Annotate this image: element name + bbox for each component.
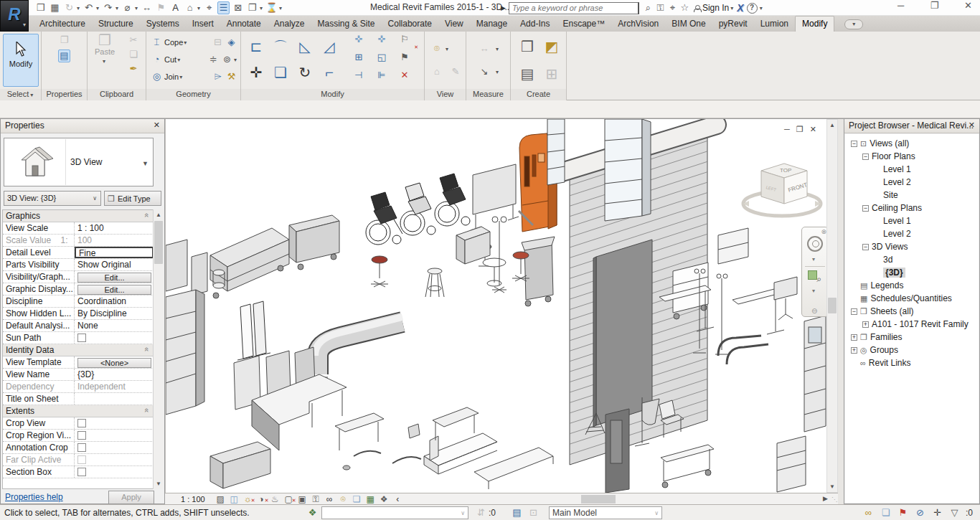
property-value[interactable]: 1 : 100 (75, 222, 154, 234)
trim-extend-corner-icon[interactable]: ⌐ (317, 60, 341, 86)
property-edit-button[interactable]: <None> (77, 358, 151, 368)
drag-on-selection-icon[interactable]: ✛ (931, 507, 943, 519)
redo-icon[interactable]: ↷ (102, 2, 114, 14)
tab-massing-site[interactable]: Massing & Site (311, 16, 382, 32)
infocenter-expand-icon[interactable]: ▶ (501, 4, 506, 11)
property-edit-button[interactable]: Edit... (77, 285, 151, 295)
cope-button[interactable]: ⌶ Cope▾ (151, 34, 187, 50)
supply-cabinet-right[interactable] (804, 316, 826, 432)
tree-item-legends[interactable]: ▤Legends (845, 279, 979, 292)
design-options-dialog-icon[interactable]: ▤ (511, 507, 523, 519)
file-cabinet[interactable] (777, 436, 806, 492)
save-icon[interactable]: ▦ (49, 2, 61, 14)
undo-icon[interactable]: ↶ (83, 2, 95, 14)
vscroll-thumb[interactable] (828, 298, 837, 313)
stools[interactable] (371, 244, 529, 297)
worksets-icon[interactable]: ❖ (306, 507, 319, 519)
properties-help-link[interactable]: Properties help (5, 492, 63, 502)
tab-architecture[interactable]: Architecture (33, 16, 92, 32)
tree-expander-icon[interactable]: − (851, 141, 857, 147)
editing-requests[interactable]: ⇵ :0 (475, 507, 496, 519)
section-collapse-icon[interactable]: « (143, 347, 151, 351)
property-checkbox[interactable] (77, 443, 86, 452)
panel-label-geometry[interactable]: Geometry (146, 89, 240, 100)
section-collapse-icon[interactable]: « (143, 408, 151, 412)
hscroll-right-icon[interactable]: ▶ (823, 495, 828, 502)
panel-label-properties[interactable]: Properties (42, 89, 87, 100)
property-value[interactable]: Coordination (75, 296, 154, 307)
round-table[interactable] (483, 258, 506, 286)
minimize-icon[interactable]: ─ (895, 0, 907, 11)
tall-storage-rack[interactable] (605, 119, 651, 221)
double-column-rack[interactable] (547, 119, 565, 185)
tab-systems[interactable]: Systems (140, 16, 186, 32)
join-lines-icon[interactable]: ⌲ (212, 71, 224, 82)
small-items[interactable] (343, 424, 421, 470)
tree-item-sheets-all-[interactable]: −❒Sheets (all) (845, 305, 979, 318)
zoom-dropdown-icon[interactable]: ▾ (812, 288, 815, 294)
tab-insert[interactable]: Insert (186, 16, 220, 32)
tab-enscape-[interactable]: Enscape™ (556, 16, 611, 32)
properties-scroll-thumb[interactable] (154, 221, 163, 264)
match-type-properties-icon[interactable]: ✒ (126, 63, 141, 75)
measure-line-icon-dropdown[interactable]: ▾ (496, 46, 504, 52)
vscroll-down-icon[interactable]: ▼ (827, 481, 837, 492)
close-icon[interactable]: ✕ (962, 0, 974, 11)
property-value[interactable]: Independent (75, 381, 154, 392)
tab-annotate[interactable]: Annotate (220, 16, 268, 32)
default-3d-view-icon-dropdown[interactable]: ▾ (197, 5, 200, 11)
view-minimize-icon[interactable]: ─ (784, 125, 790, 134)
panel-label-clipboard[interactable]: Clipboard (88, 89, 146, 100)
left-counter[interactable] (166, 240, 187, 291)
properties-palette-icon[interactable]: ▤ (58, 49, 70, 62)
tab-view[interactable]: View (438, 16, 470, 32)
help-dropdown-icon[interactable]: ▾ (760, 5, 763, 11)
property-value[interactable] (75, 393, 154, 405)
create-similar-icon[interactable]: ▤ (515, 62, 540, 89)
tab-lumion[interactable]: Lumion (754, 16, 795, 32)
panel-label-modify[interactable]: Modify (241, 89, 424, 100)
dimension-icon[interactable]: ↘ (472, 66, 496, 77)
zoom-icon[interactable] (808, 270, 817, 280)
tree-item-views-all-[interactable]: −⊡Views (all) (845, 137, 979, 150)
mirror-draw-axis-icon[interactable]: ◿ (317, 34, 341, 60)
shadows-icon[interactable]: ◑ (256, 493, 267, 505)
displacement-sets-icon[interactable]: ❖ (379, 493, 390, 505)
panel-label-measure[interactable]: Measure (466, 89, 510, 100)
sun-path-icon[interactable]: ☼ (242, 493, 253, 505)
utility-cart[interactable] (661, 445, 714, 488)
visual-style-icon[interactable]: ◫ (229, 493, 240, 505)
override-graphics-icon-dropdown[interactable]: ▾ (446, 46, 464, 52)
view-scale-button[interactable]: 1 : 100 (181, 495, 205, 504)
property-checkbox[interactable] (77, 468, 86, 476)
navbar-close-icon[interactable]: ⊗ (821, 228, 826, 235)
wall-shelf[interactable] (718, 228, 748, 264)
application-menu-button[interactable]: R ▾ (0, 0, 29, 32)
type-selector[interactable]: 3D View ▼ (4, 138, 154, 186)
tree-item-3d[interactable]: 3d (845, 253, 979, 266)
wall-joins-icon-dropdown[interactable]: ▾ (234, 57, 237, 63)
switch-windows-icon[interactable]: ❐ (246, 2, 258, 14)
dark-locker[interactable] (606, 409, 629, 493)
hourglass-icon-dropdown[interactable]: ▾ (279, 5, 282, 11)
tree-item-schedules-quantities[interactable]: ▦Schedules/Quantities (845, 292, 979, 305)
panel-label-create[interactable]: Create (511, 89, 566, 100)
tree-item-level-2[interactable]: Level 2 (845, 227, 979, 240)
collapse-icon[interactable]: ‹ (392, 493, 403, 505)
split-with-gap-icon[interactable]: ✜ (370, 34, 393, 52)
viewcube[interactable]: TOP FRONT LEFT (740, 156, 824, 225)
text-icon[interactable]: A (169, 2, 182, 14)
tab-analyze[interactable]: Analyze (268, 16, 311, 32)
section-collapse-icon[interactable]: « (143, 213, 151, 217)
l-desk[interactable] (252, 374, 347, 450)
tree-expander-icon[interactable]: + (862, 321, 869, 328)
tree-item-floor-plans[interactable]: −Floor Plans (845, 150, 979, 163)
hourglass-icon[interactable]: ⌛ (265, 2, 278, 14)
communication-center-icon[interactable]: ⌖ (666, 2, 679, 14)
rendering-dialog-icon[interactable]: ♨ (270, 493, 281, 505)
section-icon[interactable]: ⌖ (203, 2, 215, 14)
resize-grip[interactable]: ⋱ (831, 496, 838, 503)
property-value[interactable]: 100 (75, 235, 154, 246)
apply-button[interactable]: Apply (108, 491, 154, 504)
work-table[interactable] (433, 407, 479, 440)
